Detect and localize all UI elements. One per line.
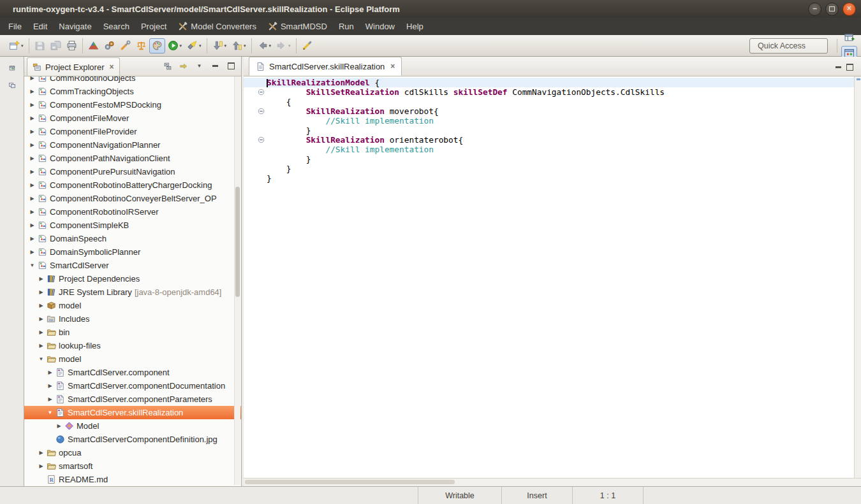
maximize-button[interactable] bbox=[825, 3, 839, 16]
tree-item-componentpurepursuitnavigation[interactable]: ▶ComponentPurePursuitNavigation bbox=[24, 165, 241, 178]
minimized-view-button-2[interactable] bbox=[4, 78, 20, 92]
menu-smartmdsd[interactable]: SmartMDSD bbox=[262, 19, 333, 34]
expand-arrow-icon[interactable]: ▶ bbox=[46, 366, 54, 379]
previous-annotation-button[interactable]: ▾ bbox=[229, 38, 249, 54]
overview-ruler[interactable] bbox=[854, 76, 861, 478]
tree-item-model[interactable]: ▶Model bbox=[24, 419, 241, 433]
close-button[interactable]: × bbox=[843, 3, 856, 16]
dropdown-arrow-icon[interactable]: ▾ bbox=[199, 43, 202, 48]
code-line-3[interactable]: { bbox=[244, 97, 854, 106]
expand-arrow-icon[interactable]: ▶ bbox=[28, 245, 36, 259]
tree-item-componentrobotinobatterychargerdocking[interactable]: ▶ComponentRobotinoBatteryChargerDocking bbox=[24, 178, 241, 192]
search-button[interactable]: ▾ bbox=[184, 38, 204, 54]
tree-item-project-dependencies[interactable]: ▶Project Dependencies bbox=[24, 272, 241, 285]
tree-item-componentrobotinoconveyerbeltserver-op[interactable]: ▶ComponentRobotinoConveyerBeltServer_OP bbox=[24, 192, 241, 205]
tree-item-includes[interactable]: ▶incIncludes bbox=[24, 312, 241, 326]
tree-item-componentnavigationplanner[interactable]: ▶ComponentNavigationPlanner bbox=[24, 138, 241, 152]
expand-arrow-icon[interactable]: ▶ bbox=[28, 125, 36, 138]
menu-edit[interactable]: Edit bbox=[27, 19, 53, 34]
open-model-button[interactable] bbox=[85, 38, 101, 54]
build-all-button[interactable] bbox=[101, 38, 117, 54]
expand-arrow-icon[interactable]: ▶ bbox=[28, 76, 36, 85]
menu-run[interactable]: Run bbox=[333, 19, 360, 34]
tree-item-model[interactable]: ▶model bbox=[24, 299, 241, 312]
collapse-all-button[interactable] bbox=[160, 59, 175, 73]
menu-model-converters[interactable]: Model Converters bbox=[172, 19, 262, 34]
tree-item-bin[interactable]: ▶bin bbox=[24, 326, 241, 339]
expand-arrow-icon[interactable]: ▶ bbox=[55, 419, 63, 433]
view-menu-button[interactable]: ▼ bbox=[192, 59, 207, 73]
dropdown-arrow-icon[interactable]: ▾ bbox=[288, 43, 291, 48]
minimize-button[interactable]: – bbox=[808, 3, 821, 16]
tree-item-commrobotinoobjects[interactable]: ▶CommRobotinoObjects bbox=[24, 76, 241, 85]
title-bar[interactable]: runtime-oxygen-tc-v3.4 - SmartCdlServer/… bbox=[0, 0, 861, 18]
code-line-1[interactable]: SkillRealizationModel { bbox=[244, 78, 854, 87]
menu-search[interactable]: Search bbox=[98, 19, 135, 34]
expand-arrow-icon[interactable]: ▶ bbox=[37, 272, 45, 285]
expand-arrow-icon[interactable]: ▶ bbox=[28, 152, 36, 165]
code-line-6[interactable]: } bbox=[244, 126, 854, 135]
code-line-2[interactable]: SkillSetRealization cdlSkills skillSetDe… bbox=[244, 87, 854, 97]
fold-collapse-icon[interactable] bbox=[244, 108, 267, 115]
tree-item-smartcdlserver[interactable]: ▼SmartCdlServer bbox=[24, 259, 241, 272]
expand-arrow-icon[interactable]: ▶ bbox=[28, 165, 36, 178]
expand-arrow-icon[interactable]: ▶ bbox=[37, 446, 45, 459]
tree-item-smartcdlservercomponentdefinition-jpg[interactable]: SmartCdlServerComponentDefinition.jpg bbox=[24, 433, 241, 446]
maximize-view-button[interactable] bbox=[224, 59, 239, 73]
dropdown-arrow-icon[interactable]: ▾ bbox=[269, 43, 272, 48]
editor-scrollbar-thumb[interactable] bbox=[245, 480, 455, 484]
maximize-editor-button[interactable] bbox=[846, 64, 853, 71]
last-edit-location-button[interactable] bbox=[299, 38, 315, 54]
explorer-scrollbar[interactable] bbox=[234, 76, 240, 485]
code-line-4[interactable]: SkillRealization moverobot{ bbox=[244, 106, 854, 116]
tree-item-commtrackingobjects[interactable]: ▶CommTrackingObjects bbox=[24, 85, 241, 98]
minimize-view-button[interactable] bbox=[208, 59, 223, 73]
tree-item-jre-system-library[interactable]: ▶JRE System Library[java-8-openjdk-amd64… bbox=[24, 285, 241, 299]
graphical-editor-button[interactable] bbox=[149, 38, 165, 54]
quick-access-field[interactable]: Quick Access bbox=[749, 38, 828, 54]
run-button[interactable]: ▾ bbox=[165, 38, 185, 54]
tree-item-smartcdlserver-skillrealization[interactable]: ▼SmartCdlServer.skillRealization bbox=[24, 406, 241, 419]
code-generation-tools-button[interactable] bbox=[117, 38, 133, 54]
tree-item-lookup-files[interactable]: ▶lookup-files bbox=[24, 339, 241, 352]
tree-item-smartcdlserver-component[interactable]: ▶SmartCdlServer.component bbox=[24, 366, 241, 379]
code-editor[interactable]: SkillRealizationModel { SkillSetRealizat… bbox=[244, 76, 854, 478]
dropdown-arrow-icon[interactable]: ▾ bbox=[224, 43, 227, 48]
print-button[interactable] bbox=[64, 38, 80, 54]
expand-arrow-icon[interactable]: ▶ bbox=[37, 339, 45, 352]
expand-arrow-icon[interactable]: ▶ bbox=[28, 112, 36, 125]
tree-item-domainsymbolicplanner[interactable]: ▶DomainSymbolicPlanner bbox=[24, 245, 241, 259]
editor-tab[interactable]: SmartCdlServer.skillRealization × bbox=[249, 57, 402, 76]
dropdown-arrow-icon[interactable]: ▾ bbox=[180, 43, 182, 48]
expand-arrow-icon[interactable]: ▶ bbox=[28, 219, 36, 232]
menu-project[interactable]: Project bbox=[135, 19, 172, 34]
dropdown-arrow-icon[interactable]: ▾ bbox=[244, 43, 246, 48]
tree-item-componentrobotinoirserver[interactable]: ▶ComponentRobotinoIRServer bbox=[24, 205, 241, 219]
fold-collapse-icon[interactable] bbox=[244, 89, 267, 96]
code-line-9[interactable]: } bbox=[244, 154, 854, 164]
back-button[interactable]: ▾ bbox=[254, 38, 274, 54]
expand-arrow-icon[interactable]: ▶ bbox=[28, 232, 36, 245]
tree-item-componentfilemover[interactable]: ▶ComponentFileMover bbox=[24, 112, 241, 125]
tree-item-componentfileprovider[interactable]: ▶ComponentFileProvider bbox=[24, 125, 241, 138]
explorer-scrollbar-thumb[interactable] bbox=[235, 187, 240, 297]
code-line-11[interactable]: } bbox=[244, 173, 854, 183]
tree-item-domainspeech[interactable]: ▶DomainSpeech bbox=[24, 232, 241, 245]
editor-horizontal-scrollbar[interactable] bbox=[244, 478, 861, 486]
expand-arrow-icon[interactable]: ▶ bbox=[37, 459, 45, 473]
expand-arrow-icon[interactable]: ▶ bbox=[28, 192, 36, 205]
expand-arrow-icon[interactable]: ▶ bbox=[28, 138, 36, 152]
dependencies-button[interactable] bbox=[133, 38, 149, 54]
menu-window[interactable]: Window bbox=[360, 19, 401, 34]
tree-item-smartcdlserver-componentparameters[interactable]: ▶SmartCdlServer.componentParameters bbox=[24, 392, 241, 406]
code-line-5[interactable]: //Skill implementation bbox=[244, 116, 854, 126]
expand-arrow-icon[interactable]: ▶ bbox=[37, 285, 45, 299]
tree-item-model[interactable]: ▼model bbox=[24, 352, 241, 366]
link-with-editor-button[interactable] bbox=[176, 59, 191, 73]
close-icon[interactable]: × bbox=[390, 62, 395, 71]
expand-arrow-icon[interactable]: ▶ bbox=[28, 205, 36, 219]
minimized-view-button-1[interactable] bbox=[4, 61, 20, 75]
tree-item-smartsoft[interactable]: ▶smartsoft bbox=[24, 459, 241, 473]
expand-arrow-icon[interactable]: ▶ bbox=[28, 178, 36, 192]
minimize-editor-button[interactable] bbox=[835, 66, 841, 68]
